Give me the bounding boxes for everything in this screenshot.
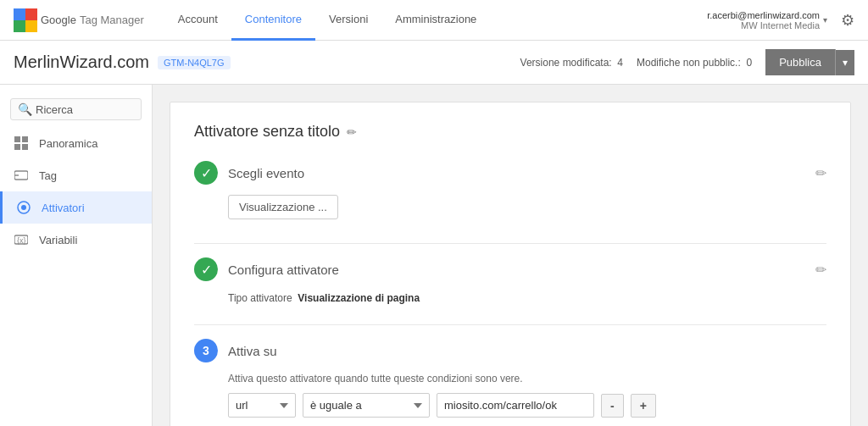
step-2-edit-icon[interactable]: ✏ <box>815 262 826 278</box>
search-icon: 🔍 <box>18 102 32 116</box>
content-card: Attivatore senza titolo ✏ ✓ Scegli event… <box>170 102 851 426</box>
sidebar-label-tag: Tag <box>39 169 57 182</box>
site-name: MerlinWizard.com <box>14 53 149 72</box>
step-2-header: ✓ Configura attivatore ✏ <box>194 257 826 281</box>
svg-rect-5 <box>22 136 28 142</box>
condition-value-input[interactable] <box>437 393 594 418</box>
nav-contenitore[interactable]: Contenitore <box>231 0 315 41</box>
google-logo-icon <box>14 8 37 32</box>
changes-num: 0 <box>746 57 752 69</box>
trigger-icon <box>16 200 31 215</box>
divider-1 <box>194 243 826 244</box>
step-2-subtitle-value: Visualizzazione di pagina <box>298 292 420 304</box>
sidebar-item-attivatori[interactable]: Attivatori <box>0 191 152 224</box>
search-box[interactable]: 🔍 <box>10 98 142 120</box>
site-header-right: Versione modificata: 4 Modifiche non pub… <box>520 49 854 75</box>
card-title: Attivatore senza titolo ✏ <box>194 123 826 141</box>
site-badge: GTM-N4QL7G <box>158 56 231 69</box>
variable-icon: {x} <box>14 232 29 247</box>
step-2-subtitle-label: Tipo attivatore <box>228 292 292 304</box>
step-1-header: ✓ Scegli evento ✏ <box>194 161 826 185</box>
settings-icon[interactable]: ⚙ <box>841 11 854 30</box>
chevron-down-icon: ▾ <box>823 15 827 25</box>
title-edit-icon[interactable]: ✏ <box>347 125 357 139</box>
nav-versioni[interactable]: Versioni <box>315 0 381 41</box>
version-num: 4 <box>617 57 623 69</box>
step-2-check-icon: ✓ <box>194 257 218 281</box>
nav-amministrazione[interactable]: Amministrazione <box>381 0 490 41</box>
step-1-title: Scegli evento <box>228 166 304 180</box>
step-2-header-left: ✓ Configura attivatore <box>194 257 339 281</box>
step-3-header: 3 Attiva su <box>194 339 826 362</box>
nav-account[interactable]: Account <box>164 0 231 41</box>
svg-text:{x}: {x} <box>17 236 26 245</box>
svg-rect-7 <box>22 144 28 150</box>
step-2-title: Configura attivatore <box>228 263 339 277</box>
nav-links: Account Contenitore Versioni Amministraz… <box>164 0 707 41</box>
svg-rect-4 <box>14 136 20 142</box>
main-layout: 🔍 Panoramica Tag Attivatori {x} Varia <box>0 85 868 426</box>
step-2-subtitle: Tipo attivatore Visualizzazione di pagin… <box>228 292 420 304</box>
condition-add-button[interactable]: + <box>631 394 656 418</box>
tag-icon <box>14 168 29 183</box>
condition-row: url è uguale a - + <box>228 393 826 418</box>
card-title-text: Attivatore senza titolo <box>194 123 340 141</box>
svg-point-11 <box>21 205 26 210</box>
step-1-header-left: ✓ Scegli evento <box>194 161 304 185</box>
changes-label: Modifiche non pubblic.: <box>637 57 741 69</box>
svg-rect-2 <box>14 20 25 32</box>
grid-icon <box>14 136 29 151</box>
step-3-num: 3 <box>203 344 209 357</box>
sidebar-item-panoramica[interactable]: Panoramica <box>0 127 152 159</box>
condition-operator-select[interactable]: è uguale a <box>303 393 430 418</box>
sidebar-item-variabili[interactable]: {x} Variabili <box>0 224 152 256</box>
user-account[interactable]: r.acerbi@merlinwizard.com MW Internet Me… <box>707 10 827 30</box>
step-3-num-icon: 3 <box>194 339 218 362</box>
google-label: Google <box>41 14 76 26</box>
step-1-content: Visualizzazione ... <box>228 195 826 223</box>
publish-group: Pubblica ▾ <box>765 49 854 75</box>
top-navigation: Google Tag Manager Account Contenitore V… <box>0 0 868 41</box>
divider-2 <box>194 324 826 325</box>
event-chip: Visualizzazione ... <box>228 195 338 219</box>
search-input[interactable] <box>36 103 134 116</box>
sidebar-label-variabili: Variabili <box>39 234 77 246</box>
step-1-section: ✓ Scegli evento ✏ Visualizzazione ... <box>194 161 826 223</box>
changes-info: Modifiche non pubblic.: 0 <box>637 57 752 69</box>
step-3-description: Attiva questo attivatore quando tutte qu… <box>228 373 826 385</box>
sidebar: 🔍 Panoramica Tag Attivatori {x} Varia <box>0 85 153 426</box>
step-3-header-left: 3 Attiva su <box>194 339 277 362</box>
version-info: Versione modificata: 4 <box>520 57 623 69</box>
svg-rect-3 <box>25 20 37 32</box>
sidebar-item-tag[interactable]: Tag <box>0 159 152 191</box>
step-3-section: 3 Attiva su Attiva questo attivatore qua… <box>194 339 826 418</box>
publish-dropdown-button[interactable]: ▾ <box>836 50 854 75</box>
step-3-content: Attiva questo attivatore quando tutte qu… <box>228 373 826 418</box>
condition-field-select[interactable]: url <box>228 393 296 418</box>
user-info-text: r.acerbi@merlinwizard.com MW Internet Me… <box>707 10 820 30</box>
step-3-title: Attiva su <box>228 344 277 358</box>
svg-rect-0 <box>14 8 25 20</box>
svg-rect-6 <box>14 144 20 150</box>
site-title: MerlinWizard.com GTM-N4QL7G <box>14 53 231 72</box>
sidebar-label-attivatori: Attivatori <box>42 202 85 214</box>
step-1-check-icon: ✓ <box>194 161 218 185</box>
gtm-label: Tag Manager <box>80 14 144 26</box>
google-text: Google Tag Manager <box>41 14 144 26</box>
condition-remove-button[interactable]: - <box>601 394 624 418</box>
step-1-edit-icon[interactable]: ✏ <box>815 165 826 181</box>
step-2-content: Tipo attivatore Visualizzazione di pagin… <box>228 291 826 304</box>
sidebar-label-panoramica: Panoramica <box>39 137 97 150</box>
site-header: MerlinWizard.com GTM-N4QL7G Versione mod… <box>0 41 868 85</box>
step-2-section: ✓ Configura attivatore ✏ Tipo attivatore… <box>194 257 826 304</box>
top-nav-right: r.acerbi@merlinwizard.com MW Internet Me… <box>707 10 854 30</box>
svg-rect-1 <box>25 8 37 20</box>
logo: Google Tag Manager <box>14 8 144 32</box>
version-label: Versione modificata: <box>520 57 612 69</box>
content-area: Attivatore senza titolo ✏ ✓ Scegli event… <box>153 85 868 426</box>
user-email: r.acerbi@merlinwizard.com <box>707 10 820 20</box>
publish-button[interactable]: Pubblica <box>765 49 836 75</box>
user-org: MW Internet Media <box>707 20 820 30</box>
